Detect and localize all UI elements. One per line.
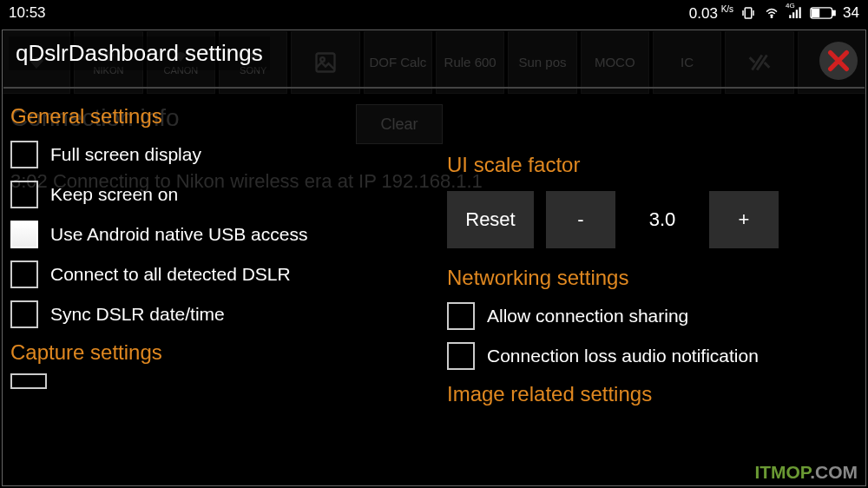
close-icon [825,47,852,75]
scale-minus-button[interactable]: - [546,191,615,248]
checkbox-connection-loss-audio[interactable] [447,342,475,370]
battery-icon [810,6,836,20]
row-android-usb[interactable]: Use Android native USB access [10,221,412,248]
svg-point-3 [771,16,773,18]
watermark: ITMOP.COM [754,462,858,483]
svg-rect-6 [812,10,819,17]
section-image: Image related settings [447,382,849,406]
label: Connection loss audio notification [487,346,759,366]
row-sync-date[interactable]: Sync DSLR date/time [10,300,412,328]
settings-left-column: General settings Full screen display Kee… [10,97,421,486]
checkbox-sync-date[interactable] [10,300,38,328]
checkbox-connect-all-dslr[interactable] [10,260,38,288]
section-capture: Capture settings [10,340,412,365]
row-full-screen[interactable]: Full screen display [10,141,412,168]
label: Connect to all detected DSLR [50,264,291,285]
dialog-title: qDslrDashboard settings [9,36,270,70]
section-ui-scale: UI scale factor [447,153,849,177]
wifi-icon [763,5,780,21]
clock: 10:53 [9,4,46,22]
signal-icon: 4G [787,5,803,21]
svg-rect-0 [745,8,752,18]
checkbox-full-screen[interactable] [10,141,38,168]
checkbox-keep-screen-on[interactable] [10,181,38,208]
label: Allow connection sharing [487,306,688,326]
label: Full screen display [50,144,201,165]
label: Use Android native USB access [50,224,307,245]
checkbox-android-usb[interactable] [10,221,38,248]
checkbox-allow-sharing[interactable] [447,302,475,330]
svg-rect-7 [316,54,334,72]
svg-rect-5 [833,10,836,15]
label: Sync DSLR date/time [50,304,225,325]
section-networking: Networking settings [447,266,849,290]
close-button[interactable] [819,42,858,80]
row-connection-loss-audio[interactable]: Connection loss audio notification [447,342,849,370]
label: Keep screen on [50,184,178,205]
scale-value: 3.0 [628,191,697,248]
section-general: General settings [10,104,412,129]
vibrate-icon [740,5,756,21]
battery-percent: 34 [843,4,859,22]
svg-point-8 [320,57,325,62]
scale-reset-button[interactable]: Reset [447,191,534,248]
status-bar: 10:53 0.03 K/s 4G 34 [0,0,868,26]
row-allow-sharing[interactable]: Allow connection sharing [447,302,849,330]
scale-plus-button[interactable]: + [709,191,779,248]
settings-right-column: UI scale factor Reset - 3.0 + Networking… [421,97,858,486]
row-connect-all-dslr[interactable]: Connect to all detected DSLR [10,260,412,288]
partial-checkbox[interactable] [10,373,47,389]
row-keep-screen-on[interactable]: Keep screen on [10,181,412,208]
network-speed: 0.03 K/s [689,4,733,23]
